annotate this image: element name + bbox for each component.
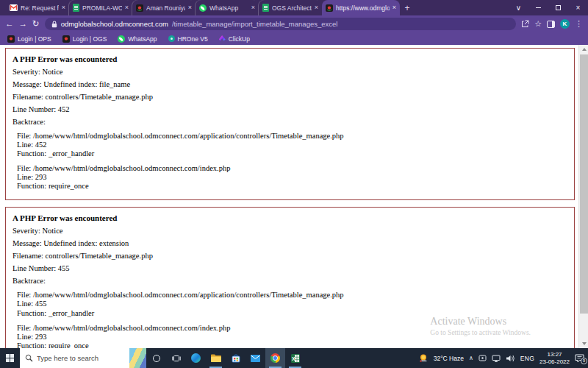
network-icon[interactable] xyxy=(492,355,501,362)
tab-close-icon[interactable]: × xyxy=(315,4,318,11)
trace-line: Line: 452 xyxy=(17,141,567,149)
tab-title: OGS Architecture - Goo xyxy=(272,4,312,12)
bookmark-label: Login | OPS xyxy=(18,35,51,43)
scrollbar-up-arrow-icon[interactable] xyxy=(579,45,588,54)
trace-file: File: /home/www/html/odmglobalschool.odm… xyxy=(17,164,567,173)
odm-favicon-icon xyxy=(326,4,333,12)
minimize-button[interactable] xyxy=(528,0,548,15)
bookmark-login-ogs[interactable]: Login | OGS xyxy=(62,35,107,43)
side-panel-icon[interactable] xyxy=(547,21,555,28)
bookmark-whatsapp[interactable]: WhatsApp xyxy=(118,35,157,43)
tab-close-icon[interactable]: × xyxy=(251,4,255,11)
vertical-scrollbar[interactable] xyxy=(578,45,588,348)
minimize-icon xyxy=(536,7,541,8)
bookmark-hrone[interactable]: HROne V5 xyxy=(168,35,208,43)
error-line-number: Line Number: 452 xyxy=(12,105,567,113)
bookmark-label: Login | OGS xyxy=(73,35,107,43)
file-explorer-button[interactable] xyxy=(206,348,226,368)
system-tray: 32°C Haze ∧ ENG 13:27 23-06-2022 9 xyxy=(418,348,588,368)
browser-tab-strip: Re: Request for Impleme × PROMILA-WORK F… xyxy=(0,0,588,15)
address-bar[interactable]: odmglobalschool.odmconnect.com/timetable… xyxy=(45,18,516,30)
weather-text[interactable]: 32°C Haze xyxy=(434,355,464,362)
tab-dashboard[interactable]: Aman Rouniyar | Dashbo × xyxy=(132,0,196,15)
backtrace-entry: File: /home/www/html/odmglobalschool.odm… xyxy=(17,132,567,158)
tab-title: WhatsApp xyxy=(209,4,248,12)
scrollbar-thumb[interactable] xyxy=(580,54,588,314)
tab-sheets-ogs[interactable]: OGS Architecture - Goo × xyxy=(259,0,322,15)
volume-icon[interactable] xyxy=(506,355,515,362)
tab-close-icon[interactable]: × xyxy=(125,4,129,11)
chrome-button[interactable] xyxy=(265,348,285,368)
taskbar-clock[interactable]: 13:27 23-06-2022 xyxy=(539,351,570,366)
error-line-number: Line Number: 455 xyxy=(12,264,567,272)
trace-file: File: /home/www/html/odmglobalschool.odm… xyxy=(17,324,567,333)
tab-close-icon[interactable]: × xyxy=(392,4,396,11)
scrollbar-down-arrow-icon[interactable] xyxy=(579,339,588,348)
error-backtrace-label: Backtrace: xyxy=(12,277,567,285)
weather-icon[interactable] xyxy=(418,353,429,363)
tab-active-odmglobal[interactable]: https://www.odmglobal × xyxy=(322,0,400,15)
share-icon[interactable] xyxy=(521,20,529,28)
error-backtrace-label: Backtrace: xyxy=(12,118,567,126)
search-input[interactable] xyxy=(37,354,126,362)
notification-center-button[interactable]: 9 xyxy=(575,354,584,363)
php-error-box-2: A PHP Error was encountered Severity: No… xyxy=(5,207,575,348)
file-explorer-icon xyxy=(211,354,221,362)
close-window-button[interactable]: × xyxy=(568,0,588,15)
back-button[interactable]: ← xyxy=(5,20,14,29)
edge-button[interactable] xyxy=(186,348,206,368)
reload-button[interactable]: ↻ xyxy=(32,20,40,29)
tab-title: Aman Rouniyar | Dashbo xyxy=(146,4,185,12)
mail-button[interactable] xyxy=(245,348,265,368)
language-indicator[interactable]: ENG xyxy=(520,355,534,362)
bookmark-login-ops[interactable]: Login | OPS xyxy=(7,35,51,43)
maximize-button[interactable] xyxy=(548,0,568,15)
taskbar-search-box[interactable] xyxy=(20,348,146,368)
trace-function: Function: _error_handler xyxy=(17,309,567,318)
clock-time: 13:27 xyxy=(548,351,562,358)
store-button[interactable] xyxy=(226,348,245,368)
notification-badge: 9 xyxy=(581,358,587,364)
start-button[interactable] xyxy=(0,348,20,368)
tab-search-chevron-icon[interactable]: ∨ xyxy=(509,0,528,15)
windows-logo-icon xyxy=(6,354,14,362)
backtrace-entry: File: /home/www/html/odmglobalschool.odm… xyxy=(17,164,567,191)
cortana-button[interactable] xyxy=(146,348,166,368)
tab-close-icon[interactable]: × xyxy=(188,4,192,11)
task-view-button[interactable] xyxy=(166,348,186,368)
page-content: A PHP Error was encountered Severity: No… xyxy=(0,45,588,348)
error-severity: Severity: Notice xyxy=(12,227,567,235)
error-message: Message: Undefined index: extension xyxy=(12,239,567,247)
trace-file: File: /home/www/html/odmglobalschool.odm… xyxy=(17,132,567,141)
tab-whatsapp[interactable]: WhatsApp × xyxy=(196,0,259,15)
tab-close-icon[interactable]: × xyxy=(62,4,65,11)
browser-menu-kebab-icon[interactable]: ⋮ xyxy=(575,20,583,28)
window-controls: ∨ × xyxy=(509,0,588,15)
taskbar-pinned-apps: X xyxy=(146,348,305,368)
tab-sheets-promila[interactable]: PROMILA-WORK FOLDE × xyxy=(69,0,132,15)
bookmarks-bar: Login | OPS Login | OGS WhatsApp HROne V… xyxy=(0,32,588,45)
trace-file: File: /home/www/html/odmglobalschool.odm… xyxy=(17,291,567,300)
trace-function: Function: _error_handler xyxy=(17,149,567,158)
search-highlight-image[interactable] xyxy=(129,348,146,368)
hidden-icons-chevron-icon[interactable]: ∧ xyxy=(469,355,473,361)
clickup-icon xyxy=(219,35,226,42)
svg-text:X: X xyxy=(292,356,295,361)
whatsapp-favicon-icon xyxy=(199,4,207,12)
tray-app-icon[interactable] xyxy=(478,354,487,362)
excel-button[interactable]: X xyxy=(285,348,305,368)
bookmark-label: ClickUp xyxy=(229,35,250,43)
trace-function: Function: require_once xyxy=(17,182,567,191)
edge-icon xyxy=(191,353,201,363)
windows-taskbar: X 32°C Haze ∧ ENG 13:27 23-06-2022 9 xyxy=(0,348,588,368)
profile-avatar[interactable]: K xyxy=(560,19,570,29)
php-error-box-1: A PHP Error was encountered Severity: No… xyxy=(5,48,575,200)
sheets-favicon-icon xyxy=(262,4,269,12)
forward-button[interactable]: → xyxy=(19,20,28,29)
bookmark-star-icon[interactable]: ☆ xyxy=(534,20,542,28)
gmail-favicon-icon xyxy=(10,4,18,11)
bookmark-clickup[interactable]: ClickUp xyxy=(219,35,250,43)
tab-gmail[interactable]: Re: Request for Impleme × xyxy=(6,0,69,15)
new-tab-button[interactable]: + xyxy=(400,0,415,15)
odm-favicon-icon xyxy=(136,4,143,12)
